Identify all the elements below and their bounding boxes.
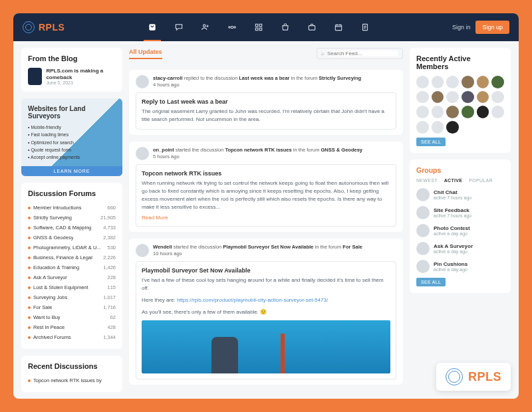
groups-seeall-button[interactable]: SEE ALL <box>416 278 446 286</box>
avatar[interactable] <box>416 106 429 118</box>
forum-row[interactable]: Education & Training1,426 <box>28 262 116 272</box>
group-row[interactable]: Photo Contestactive a day ago <box>416 224 504 237</box>
nav-jobs-icon[interactable] <box>307 23 317 32</box>
avatar[interactable] <box>432 91 444 104</box>
nav-members-icon[interactable] <box>201 23 210 32</box>
forum-name: Lost & Stolen Equipment <box>28 284 88 290</box>
forum-count: 62 <box>110 314 116 320</box>
forum-count: 1,017 <box>103 294 116 300</box>
nav-chat-icon[interactable] <box>174 23 184 32</box>
signup-button[interactable]: Sign up <box>475 21 509 34</box>
avatar[interactable] <box>432 106 444 118</box>
avatar[interactable] <box>462 91 474 104</box>
avatar[interactable] <box>462 106 474 118</box>
read-more-link[interactable]: Read More <box>142 215 168 221</box>
svg-rect-9 <box>309 26 315 30</box>
members-seeall-button[interactable]: SEE ALL <box>416 138 446 146</box>
nav-shop-icon[interactable] <box>281 23 290 32</box>
ad-bullet: Accept online payments <box>28 154 116 161</box>
forum-row[interactable]: Rest In Peace428 <box>28 322 116 332</box>
forum-name: Ask A Surveyor <box>28 274 67 280</box>
group-row[interactable]: Site Feedbackactive 7 hours ago <box>416 206 504 219</box>
signin-link[interactable]: Sign in <box>452 24 471 31</box>
forum-row[interactable]: Lost & Stolen Equipment115 <box>28 282 116 292</box>
brand[interactable]: RPLS <box>23 21 65 33</box>
forum-row[interactable]: Archived Forums1,344 <box>28 332 116 342</box>
forum-row[interactable]: Want to Buy62 <box>28 312 116 322</box>
feed-search[interactable]: ⌕ <box>317 48 403 59</box>
forum-row[interactable]: GNSS & Geodesy2,382 <box>28 233 116 243</box>
avatar[interactable] <box>477 91 489 104</box>
avatar[interactable] <box>446 91 459 104</box>
groups-tab-active[interactable]: ACTIVE <box>444 178 462 183</box>
forum-row[interactable]: Strictly Surveying21,905 <box>28 213 116 223</box>
group-meta: active a day ago <box>434 249 473 254</box>
nav-grid-icon[interactable] <box>254 23 263 32</box>
avatar[interactable] <box>432 121 444 134</box>
groups-tab-popular[interactable]: POPULAR <box>469 178 493 183</box>
group-row[interactable]: Ask A Surveyoractive a day ago <box>416 242 504 255</box>
forum-row[interactable]: For Sale1,716 <box>28 302 116 312</box>
nav-feed-icon[interactable] <box>148 23 157 32</box>
recent-item[interactable]: Topcon network RTK issues by <box>28 375 116 385</box>
group-meta: active a day ago <box>434 267 467 272</box>
members-grid <box>416 76 504 134</box>
avatar[interactable] <box>136 244 149 257</box>
forum-name: Archived Forums <box>28 334 71 340</box>
watermark-text: RPLS <box>468 370 501 384</box>
avatar[interactable] <box>416 91 429 104</box>
forum-row[interactable]: Software, CAD & Mapping4,733 <box>28 223 116 233</box>
forum-row[interactable]: Surveying Jobs1,017 <box>28 292 116 302</box>
post-body: As you'll see, there's only a few of the… <box>142 308 390 316</box>
nav-docs-icon[interactable] <box>360 23 370 32</box>
groups-heading: Groups <box>416 166 504 174</box>
forum-row[interactable]: Ask A Surveyor228 <box>28 272 116 282</box>
avatar[interactable] <box>136 75 149 88</box>
nav-groups-icon[interactable] <box>227 23 237 32</box>
forum-count: 2,382 <box>103 235 116 241</box>
ad-cta-button[interactable]: LEARN MORE <box>21 166 122 176</box>
sidebar-ad[interactable]: Websites for Land Surveyors Mobile-frien… <box>21 98 122 176</box>
recent-heading: Recent Discussions <box>28 362 116 370</box>
forum-count: 1,426 <box>103 264 116 270</box>
avatar[interactable] <box>462 76 474 88</box>
nav-calendar-icon[interactable] <box>334 23 343 32</box>
forum-row[interactable]: Photogrammetry, LiDAR & U...530 <box>28 243 116 253</box>
post-link[interactable]: https://rpls.com/product/playmobil-city-… <box>177 297 328 303</box>
avatar[interactable] <box>416 76 429 88</box>
forum-count: 115 <box>107 284 116 290</box>
ad-bullet: Mobile-friendly <box>28 124 116 131</box>
blog-heading: From the Blog <box>28 54 116 62</box>
avatar[interactable] <box>477 106 489 118</box>
feed-tab-all[interactable]: All Updates <box>129 49 162 59</box>
forum-count: 660 <box>107 205 116 211</box>
forum-name: Rest In Peace <box>28 324 65 330</box>
avatar[interactable] <box>446 106 459 118</box>
recent-discussions-card: Recent Discussions Topcon network RTK is… <box>21 356 122 392</box>
svg-rect-7 <box>255 28 258 31</box>
avatar[interactable] <box>477 76 489 88</box>
forum-row[interactable]: Business, Finance & Legal2,226 <box>28 253 116 262</box>
app-window: RPLS Sign in Sign up From the Blog <box>13 13 519 399</box>
groups-tab-newest[interactable]: NEWEST <box>416 178 438 183</box>
feed-post: stacy-carroll replied to the discussion … <box>129 70 403 135</box>
group-row[interactable]: Chit Chatactive 7 hours ago <box>416 188 504 201</box>
group-meta: active 7 hours ago <box>434 195 471 200</box>
post-title: Reply to Last week was a bear <box>142 98 390 105</box>
blog-item[interactable]: RPLS.com is making a comeback June 5, 20… <box>28 68 116 85</box>
svg-rect-10 <box>335 25 341 31</box>
post-body: The original easement Larry granted to J… <box>142 108 390 124</box>
forum-row[interactable]: Member Introductions660 <box>28 203 116 213</box>
avatar[interactable] <box>432 76 444 88</box>
avatar[interactable] <box>416 121 429 134</box>
ad-bullet: Optimized for search <box>28 139 116 146</box>
avatar[interactable] <box>491 91 504 104</box>
search-input[interactable] <box>327 51 398 56</box>
avatar[interactable] <box>446 121 459 134</box>
avatar[interactable] <box>491 106 504 118</box>
group-row[interactable]: Pin Cushionsactive a day ago <box>416 260 504 273</box>
avatar[interactable] <box>446 76 459 88</box>
avatar[interactable] <box>136 147 149 160</box>
search-icon: ⌕ <box>321 51 325 56</box>
avatar[interactable] <box>491 76 504 88</box>
